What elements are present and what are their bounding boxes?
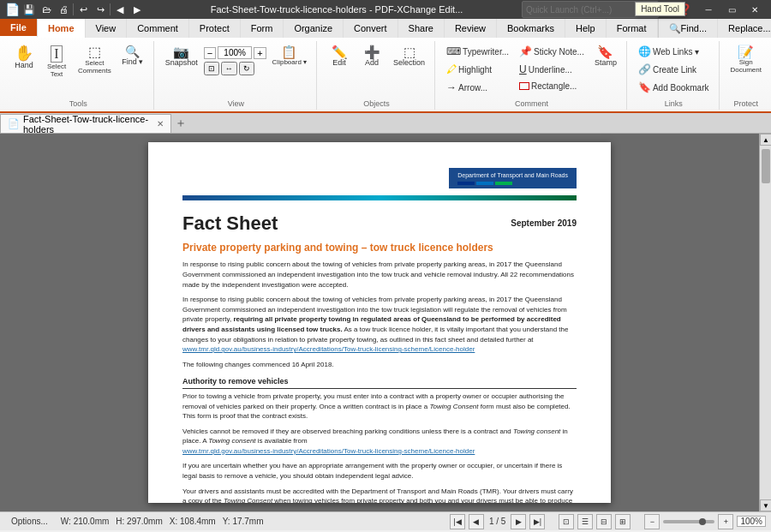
add-btn[interactable]: ➕ Add xyxy=(356,43,387,69)
fit-width-btn[interactable]: ↔ xyxy=(221,62,237,75)
comment-label: Comment xyxy=(442,99,621,108)
qa-redo[interactable]: ↪ xyxy=(93,2,108,17)
tab-protect[interactable]: Protect xyxy=(189,19,241,38)
hand-tool-btn[interactable]: ✋ Hand xyxy=(9,43,39,72)
new-tab-btn[interactable]: ＋ xyxy=(171,114,190,133)
qa-forward[interactable]: ▶ xyxy=(129,2,145,17)
selection-icon: ⬚ xyxy=(403,45,415,58)
qa-print[interactable]: 🖨 xyxy=(56,2,71,17)
continuous-btn[interactable]: ☰ xyxy=(577,514,593,529)
tab-convert[interactable]: Convert xyxy=(344,19,398,38)
dept-logo: Department of Transport and Main Roads xyxy=(449,168,577,188)
qa-undo[interactable]: ↩ xyxy=(75,2,91,17)
zoom-level-display: 100% xyxy=(737,516,766,527)
edit-btn[interactable]: ✏️ Edit xyxy=(324,43,355,69)
main-area: Department of Transport and Main Roads S… xyxy=(0,134,771,511)
link-icon: 🔗 xyxy=(638,63,651,75)
maximize-btn[interactable]: ▭ xyxy=(720,0,743,19)
tab-bookmarks[interactable]: Bookmarks xyxy=(497,19,565,38)
stamp-btn[interactable]: 🔖 Stamp xyxy=(590,43,621,69)
fit-page-btn[interactable]: ⊡ xyxy=(204,62,219,75)
create-link-btn[interactable]: 🔗 Create Link xyxy=(634,61,714,78)
first-page-btn[interactable]: |◀ xyxy=(450,514,465,529)
stamp-icon: 🔖 xyxy=(597,45,613,58)
page-number: 1 / 5 xyxy=(489,517,505,526)
rectangle-btn[interactable]: Rectangle... xyxy=(515,79,589,93)
tab-share[interactable]: Share xyxy=(398,19,445,38)
ribbon: ✋ Hand I SelectText ⬚ SelectComments 🔍 F… xyxy=(0,38,771,113)
bookmark-icon: 🔖 xyxy=(638,81,651,93)
zoom-value-display: 100% xyxy=(218,46,252,59)
zoom-slider[interactable] xyxy=(663,520,714,523)
replace-btn[interactable]: Replace... xyxy=(718,19,771,38)
highlight-btn[interactable]: 🖍 Highlight xyxy=(442,61,513,78)
highlight-icon: 🖍 xyxy=(446,63,457,75)
select-text-btn[interactable]: I SelectText xyxy=(41,43,72,81)
link1[interactable]: www.tmr.qld.gov.au/business-industry/Acc… xyxy=(182,345,475,353)
minimize-btn[interactable]: ─ xyxy=(697,0,720,19)
sticky-note-btn[interactable]: 📌 Sticky Note... xyxy=(515,43,589,60)
qa-sep2 xyxy=(110,3,111,15)
zoom-plus-status[interactable]: + xyxy=(718,514,733,529)
next-page-btn[interactable]: ▶ xyxy=(511,514,526,529)
edit-icon: ✏️ xyxy=(332,45,348,58)
link2[interactable]: www.tmr.qld.gov.au/business-industry/Acc… xyxy=(182,447,475,455)
scroll-thumb[interactable] xyxy=(762,149,770,183)
two-page-cont-btn[interactable]: ⊞ xyxy=(615,514,631,529)
add-bookmark-btn[interactable]: 🔖 Add Bookmark xyxy=(634,79,714,96)
ribbon-group-tools: ✋ Hand I SelectText ⬚ SelectComments 🔍 F… xyxy=(3,41,154,110)
vertical-scrollbar[interactable]: ▲ ▼ xyxy=(759,134,771,511)
ribbon-group-links: 🌐 Web Links ▾ 🔗 Create Link 🔖 Add Bookma… xyxy=(629,41,720,110)
close-btn[interactable]: ✕ xyxy=(744,0,766,19)
snapshot-btn[interactable]: 📷 Snapshot xyxy=(161,43,202,69)
zoom-minus-status[interactable]: − xyxy=(644,514,660,529)
arrow-btn[interactable]: → Arrow... xyxy=(442,79,513,96)
zoom-plus-btn[interactable]: + xyxy=(254,47,266,59)
tab-help[interactable]: Help xyxy=(565,19,607,38)
prev-page-btn[interactable]: ◀ xyxy=(469,514,484,529)
tab-home[interactable]: Home xyxy=(38,19,86,38)
web-links-btn[interactable]: 🌐 Web Links ▾ xyxy=(634,43,714,60)
section1-para3: If you are uncertain whether you have an… xyxy=(182,461,577,481)
ribbon-tabs: File Home View Comment Protect Form Orga… xyxy=(0,19,771,38)
selection-btn[interactable]: ⬚ Selection xyxy=(389,43,429,69)
qa-open[interactable]: 🗁 xyxy=(39,2,54,17)
options-btn[interactable]: Options... xyxy=(5,515,54,528)
zoom-minus-btn[interactable]: − xyxy=(204,47,216,59)
tab-organize[interactable]: Organize xyxy=(284,19,344,38)
find-all-btn[interactable]: 🔍Find... xyxy=(658,19,719,38)
find-btn[interactable]: 🔍 Find ▾ xyxy=(117,43,148,69)
objects-label: Objects xyxy=(324,99,429,108)
rotate-btn[interactable]: ↻ xyxy=(239,62,254,75)
tab-comment[interactable]: Comment xyxy=(127,19,189,38)
x-coord: X: 108.4mm xyxy=(170,517,216,526)
tab-view[interactable]: View xyxy=(86,19,128,38)
pdf-icon: 📄 xyxy=(8,118,20,129)
qa-back[interactable]: ◀ xyxy=(112,2,128,17)
tab-file[interactable]: File xyxy=(0,19,38,38)
status-bar: Options... W: 210.0mm H: 297.0mm X: 108.… xyxy=(0,511,771,530)
underline-icon: U xyxy=(519,63,527,75)
app-title: Fact-Sheet-Tow-truck-licence-holders - P… xyxy=(155,4,518,15)
tab-format[interactable]: Format xyxy=(607,19,658,38)
document-tab[interactable]: 📄 Fact-Sheet-Tow-truck-licence-holders ✕ xyxy=(0,114,171,133)
qa-save[interactable]: 💾 xyxy=(21,2,37,17)
scroll-up-btn[interactable]: ▲ xyxy=(760,134,771,146)
tab-review[interactable]: Review xyxy=(445,19,497,38)
single-page-btn[interactable]: ⊡ xyxy=(559,514,574,529)
two-page-btn[interactable]: ⊟ xyxy=(596,514,612,529)
last-page-btn[interactable]: ▶| xyxy=(529,514,545,529)
zoom-thumb[interactable] xyxy=(699,518,706,525)
tab-title: Fact-Sheet-Tow-truck-licence-holders xyxy=(23,114,153,134)
zoom-controls: − 100% + ⊡ ↔ ↻ xyxy=(204,43,266,75)
sign-doc-btn[interactable]: 📝 SignDocument xyxy=(726,43,766,76)
underline-btn[interactable]: U Underline... xyxy=(515,61,589,78)
qa-sep1 xyxy=(73,3,74,15)
typewriter-btn[interactable]: ⌨ Typewriter... xyxy=(442,43,513,60)
tab-close-btn[interactable]: ✕ xyxy=(157,119,164,129)
scroll-down-btn[interactable]: ▼ xyxy=(760,499,771,511)
clipboard-btn[interactable]: 📋 Clipboard ▾ xyxy=(268,43,311,69)
dept-bar xyxy=(182,195,577,200)
tab-form[interactable]: Form xyxy=(241,19,284,38)
select-comments-btn[interactable]: ⬚ SelectComments xyxy=(74,43,116,77)
